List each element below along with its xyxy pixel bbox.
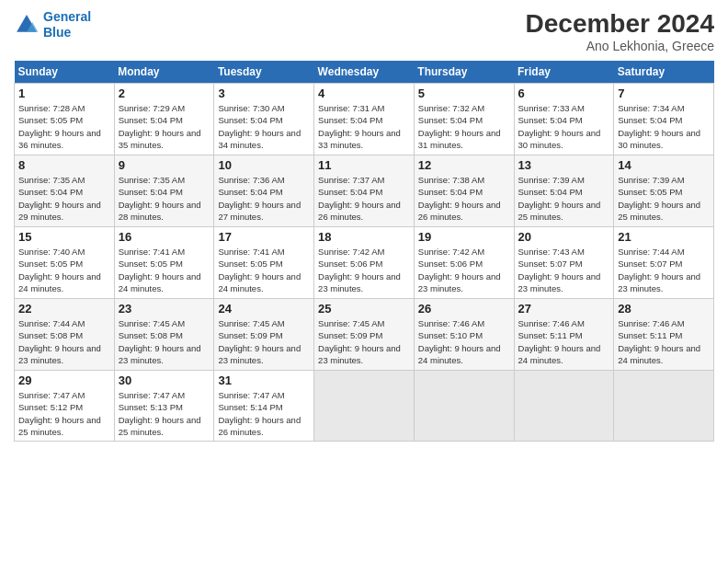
day-info: Sunrise: 7:33 AMSunset: 5:04 PMDaylight:…	[518, 103, 601, 150]
day-info: Sunrise: 7:36 AMSunset: 5:04 PMDaylight:…	[218, 175, 301, 222]
day-info: Sunrise: 7:32 AMSunset: 5:04 PMDaylight:…	[418, 103, 501, 150]
day-info: Sunrise: 7:34 AMSunset: 5:04 PMDaylight:…	[618, 103, 700, 150]
table-row: 30 Sunrise: 7:47 AMSunset: 5:13 PMDaylig…	[114, 371, 214, 442]
day-number: 13	[518, 158, 610, 172]
day-info: Sunrise: 7:41 AMSunset: 5:05 PMDaylight:…	[119, 247, 201, 293]
day-info: Sunrise: 7:45 AMSunset: 5:08 PMDaylight:…	[119, 318, 201, 365]
page-container: General Blue December 2024 Ano Lekhonia,…	[0, 0, 728, 451]
day-info: Sunrise: 7:39 AMSunset: 5:05 PMDaylight:…	[618, 175, 700, 222]
table-row: 16 Sunrise: 7:41 AMSunset: 5:05 PMDaylig…	[114, 227, 214, 299]
day-number: 6	[518, 86, 610, 100]
day-info: Sunrise: 7:37 AMSunset: 5:04 PMDaylight:…	[318, 175, 401, 222]
table-row: 31 Sunrise: 7:47 AMSunset: 5:14 PMDaylig…	[214, 371, 314, 442]
calendar-week-row: 15 Sunrise: 7:40 AMSunset: 5:05 PMDaylig…	[15, 227, 714, 299]
table-row: 22 Sunrise: 7:44 AMSunset: 5:08 PMDaylig…	[15, 299, 115, 371]
table-row: 1 Sunrise: 7:28 AMSunset: 5:05 PMDayligh…	[15, 84, 115, 155]
col-thursday: Thursday	[414, 61, 514, 84]
day-info: Sunrise: 7:46 AMSunset: 5:10 PMDaylight:…	[418, 318, 501, 365]
column-header-row: Sunday Monday Tuesday Wednesday Thursday…	[15, 61, 714, 84]
day-number: 17	[218, 230, 310, 244]
table-row	[514, 371, 614, 442]
col-saturday: Saturday	[614, 61, 714, 84]
table-row: 7 Sunrise: 7:34 AMSunset: 5:04 PMDayligh…	[614, 84, 714, 155]
table-row	[314, 371, 415, 442]
calendar-week-row: 8 Sunrise: 7:35 AMSunset: 5:04 PMDayligh…	[15, 155, 714, 227]
day-number: 27	[518, 302, 610, 316]
calendar-week-row: 1 Sunrise: 7:28 AMSunset: 5:05 PMDayligh…	[15, 84, 714, 155]
day-info: Sunrise: 7:41 AMSunset: 5:05 PMDaylight:…	[218, 247, 301, 293]
day-number: 3	[218, 86, 310, 100]
col-tuesday: Tuesday	[214, 61, 314, 84]
day-info: Sunrise: 7:45 AMSunset: 5:09 PMDaylight:…	[218, 318, 301, 365]
day-number: 10	[218, 158, 310, 172]
table-row: 6 Sunrise: 7:33 AMSunset: 5:04 PMDayligh…	[514, 84, 614, 155]
day-number: 9	[119, 158, 210, 172]
day-info: Sunrise: 7:35 AMSunset: 5:04 PMDaylight:…	[18, 175, 101, 222]
day-info: Sunrise: 7:39 AMSunset: 5:04 PMDaylight:…	[518, 175, 601, 222]
day-number: 16	[119, 230, 210, 244]
table-row: 25 Sunrise: 7:45 AMSunset: 5:09 PMDaylig…	[314, 299, 415, 371]
table-row: 26 Sunrise: 7:46 AMSunset: 5:10 PMDaylig…	[414, 299, 514, 371]
day-number: 23	[119, 302, 210, 316]
day-info: Sunrise: 7:43 AMSunset: 5:07 PMDaylight:…	[518, 247, 601, 293]
table-row: 10 Sunrise: 7:36 AMSunset: 5:04 PMDaylig…	[214, 155, 314, 227]
day-number: 31	[218, 373, 310, 387]
day-number: 29	[18, 373, 110, 387]
day-info: Sunrise: 7:44 AMSunset: 5:08 PMDaylight:…	[18, 318, 101, 365]
table-row: 8 Sunrise: 7:35 AMSunset: 5:04 PMDayligh…	[15, 155, 115, 227]
day-number: 19	[418, 230, 510, 244]
table-row: 2 Sunrise: 7:29 AMSunset: 5:04 PMDayligh…	[114, 84, 214, 155]
page-title: December 2024	[526, 9, 714, 39]
day-info: Sunrise: 7:29 AMSunset: 5:04 PMDaylight:…	[119, 103, 201, 150]
col-monday: Monday	[114, 61, 214, 84]
day-number: 26	[418, 302, 510, 316]
day-info: Sunrise: 7:45 AMSunset: 5:09 PMDaylight:…	[318, 318, 401, 365]
day-info: Sunrise: 7:35 AMSunset: 5:04 PMDaylight:…	[119, 175, 201, 222]
day-number: 21	[618, 230, 710, 244]
calendar-week-row: 22 Sunrise: 7:44 AMSunset: 5:08 PMDaylig…	[15, 299, 714, 371]
table-row: 12 Sunrise: 7:38 AMSunset: 5:04 PMDaylig…	[414, 155, 514, 227]
table-row: 15 Sunrise: 7:40 AMSunset: 5:05 PMDaylig…	[15, 227, 115, 299]
table-row: 21 Sunrise: 7:44 AMSunset: 5:07 PMDaylig…	[614, 227, 714, 299]
table-row: 4 Sunrise: 7:31 AMSunset: 5:04 PMDayligh…	[314, 84, 415, 155]
table-row: 19 Sunrise: 7:42 AMSunset: 5:06 PMDaylig…	[414, 227, 514, 299]
table-row: 17 Sunrise: 7:41 AMSunset: 5:05 PMDaylig…	[214, 227, 314, 299]
table-row: 5 Sunrise: 7:32 AMSunset: 5:04 PMDayligh…	[414, 84, 514, 155]
day-number: 12	[418, 158, 510, 172]
table-row: 24 Sunrise: 7:45 AMSunset: 5:09 PMDaylig…	[214, 299, 314, 371]
day-number: 11	[318, 158, 410, 172]
calendar-week-row: 29 Sunrise: 7:47 AMSunset: 5:12 PMDaylig…	[15, 371, 714, 442]
table-row: 9 Sunrise: 7:35 AMSunset: 5:04 PMDayligh…	[114, 155, 214, 227]
table-row: 3 Sunrise: 7:30 AMSunset: 5:04 PMDayligh…	[214, 84, 314, 155]
day-number: 8	[18, 158, 110, 172]
day-number: 22	[18, 302, 110, 316]
day-info: Sunrise: 7:42 AMSunset: 5:06 PMDaylight:…	[418, 247, 501, 293]
page-header: General Blue December 2024 Ano Lekhonia,…	[14, 9, 714, 53]
day-info: Sunrise: 7:28 AMSunset: 5:05 PMDaylight:…	[18, 103, 101, 150]
day-number: 28	[618, 302, 710, 316]
page-subtitle: Ano Lekhonia, Greece	[526, 39, 714, 53]
table-row: 20 Sunrise: 7:43 AMSunset: 5:07 PMDaylig…	[514, 227, 614, 299]
table-row: 27 Sunrise: 7:46 AMSunset: 5:11 PMDaylig…	[514, 299, 614, 371]
col-wednesday: Wednesday	[314, 61, 415, 84]
table-row: 13 Sunrise: 7:39 AMSunset: 5:04 PMDaylig…	[514, 155, 614, 227]
day-number: 30	[119, 373, 210, 387]
logo-icon	[14, 12, 40, 38]
day-info: Sunrise: 7:40 AMSunset: 5:05 PMDaylight:…	[18, 247, 101, 293]
day-info: Sunrise: 7:46 AMSunset: 5:11 PMDaylight:…	[618, 318, 700, 365]
table-row: 23 Sunrise: 7:45 AMSunset: 5:08 PMDaylig…	[114, 299, 214, 371]
day-number: 1	[18, 86, 110, 100]
day-info: Sunrise: 7:46 AMSunset: 5:11 PMDaylight:…	[518, 318, 601, 365]
logo: General Blue	[14, 9, 91, 40]
day-info: Sunrise: 7:31 AMSunset: 5:04 PMDaylight:…	[318, 103, 401, 150]
day-number: 2	[119, 86, 210, 100]
day-number: 18	[318, 230, 410, 244]
col-friday: Friday	[514, 61, 614, 84]
table-row: 18 Sunrise: 7:42 AMSunset: 5:06 PMDaylig…	[314, 227, 415, 299]
day-number: 7	[618, 86, 710, 100]
day-info: Sunrise: 7:30 AMSunset: 5:04 PMDaylight:…	[218, 103, 301, 150]
day-info: Sunrise: 7:42 AMSunset: 5:06 PMDaylight:…	[318, 247, 401, 293]
day-number: 20	[518, 230, 610, 244]
logo-text: General Blue	[43, 9, 91, 40]
table-row: 28 Sunrise: 7:46 AMSunset: 5:11 PMDaylig…	[614, 299, 714, 371]
